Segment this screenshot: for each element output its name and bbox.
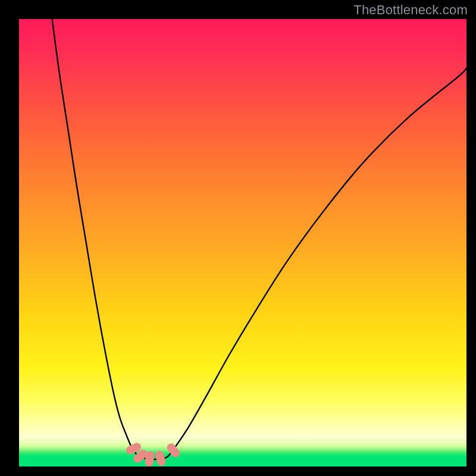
watermark-text: TheBottleneck.com [353,2,468,18]
bottleneck-curve [52,19,466,459]
chart-container: TheBottleneck.com [0,0,476,476]
curve-overlay [19,19,466,466]
curve-marker [155,450,167,466]
curve-markers [125,441,181,466]
